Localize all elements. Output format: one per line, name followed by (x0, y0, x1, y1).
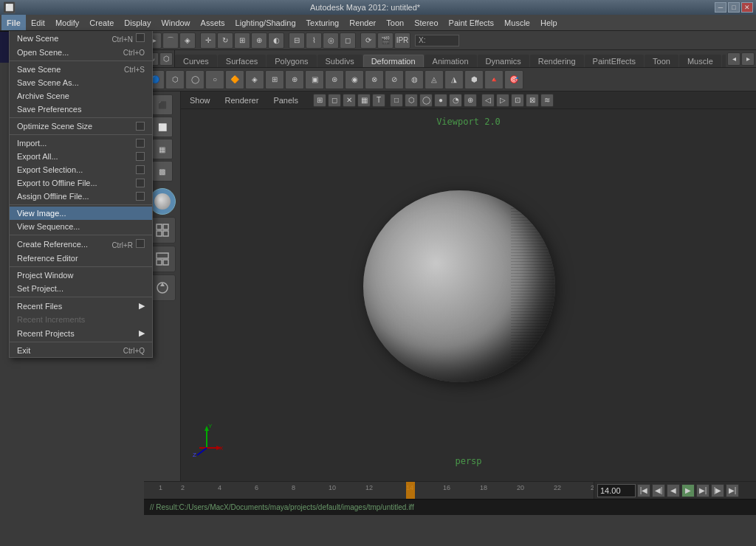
vp-tb-6[interactable]: □ (390, 94, 403, 107)
tab-dynamics[interactable]: Dynamics (478, 55, 529, 67)
vp-tb-7[interactable]: ⬡ (405, 94, 418, 107)
shelf-btn-6[interactable]: ◈ (245, 70, 264, 89)
tab-surfaces[interactable]: Surfaces (218, 55, 266, 67)
menu-save-scene-as[interactable]: Save Scene As... (10, 76, 152, 89)
shelf-btn-18[interactable]: 🔺 (484, 70, 504, 89)
menu-render[interactable]: Render (344, 15, 381, 30)
tab-toon[interactable]: Toon (645, 55, 678, 67)
maximize-button[interactable]: □ (728, 2, 740, 13)
shelf-btn-2[interactable]: ⬡ (165, 70, 185, 89)
menu-recent-projects[interactable]: Recent Projects ▶ (10, 326, 152, 340)
tb-scroll-left[interactable]: ◂ (727, 52, 740, 66)
menu-recent-files[interactable]: Recent Files ▶ (10, 299, 152, 313)
menu-import[interactable]: Import... (10, 136, 152, 150)
menu-muscle[interactable]: Muscle (499, 15, 535, 30)
tb-paint[interactable]: ◈ (179, 32, 196, 49)
menu-exit[interactable]: Exit Ctrl+Q (10, 344, 152, 357)
play-to-end[interactable]: ▶| (726, 484, 739, 497)
menu-open-scene[interactable]: Open Scene... Ctrl+O (10, 46, 152, 59)
menu-export-all[interactable]: Export All... (10, 150, 152, 163)
vp-panels-btn[interactable]: Panels (270, 95, 301, 106)
menu-archive-scene[interactable]: Archive Scene (10, 89, 152, 103)
current-frame-input[interactable] (597, 484, 636, 497)
close-button[interactable]: ✕ (741, 2, 753, 13)
tb-surfaces[interactable]: ⬡ (159, 52, 173, 66)
tb-snap-curve[interactable]: ⌇ (306, 32, 322, 49)
tab-rendering[interactable]: Rendering (530, 55, 584, 67)
vp-tb-10[interactable]: ◔ (449, 94, 462, 107)
menu-create-reference[interactable]: Create Reference... Ctrl+R (10, 237, 152, 252)
vp-tb-15[interactable]: ⊠ (526, 94, 539, 107)
shelf-btn-15[interactable]: ◬ (425, 70, 444, 89)
vp-tb-8[interactable]: ◯ (419, 94, 433, 107)
x-field[interactable]: X: (415, 35, 459, 46)
tab-muscle[interactable]: Muscle (679, 55, 721, 67)
vp-tb-1[interactable]: ⊞ (313, 94, 326, 107)
vp-tb-12[interactable]: ◁ (481, 94, 495, 107)
shelf-btn-17[interactable]: ⬢ (464, 70, 484, 89)
play-to-start[interactable]: |◀ (637, 484, 650, 497)
shelf-btn-3[interactable]: ◯ (185, 70, 205, 89)
vp-show-btn[interactable]: Show (187, 95, 213, 106)
shelf-btn-16[interactable]: ◮ (444, 70, 464, 89)
vp-tb-11[interactable]: ⊕ (464, 94, 477, 107)
titlebar-controls[interactable]: ─ □ ✕ (715, 2, 753, 13)
vp-tb-5[interactable]: T (372, 94, 385, 107)
tb-lasso[interactable]: ⌒ (162, 32, 179, 49)
menu-toon[interactable]: Toon (381, 15, 409, 30)
shelf-btn-12[interactable]: ⊗ (365, 70, 384, 89)
menu-assets[interactable]: Assets (196, 15, 230, 30)
menu-export-selection[interactable]: Export Selection... (10, 163, 152, 176)
play-prev-key[interactable]: ◀| (652, 484, 665, 497)
menu-set-project[interactable]: Set Project... (10, 282, 152, 295)
tb-history[interactable]: ⟳ (360, 32, 377, 49)
shelf-btn-10[interactable]: ⊛ (325, 70, 344, 89)
menu-save-scene[interactable]: Save Scene Ctrl+S (10, 63, 152, 76)
vp-tb-13[interactable]: ▷ (496, 94, 509, 107)
play-next-key[interactable]: |▶ (711, 484, 724, 497)
menu-project-window[interactable]: Project Window (10, 269, 152, 282)
menu-stereo[interactable]: Stereo (409, 15, 443, 30)
menu-create[interactable]: Create (84, 15, 119, 30)
tb-move[interactable]: ✛ (200, 32, 216, 49)
menu-help[interactable]: Help (535, 15, 563, 30)
menu-modify[interactable]: Modify (50, 15, 84, 30)
menu-texturing[interactable]: Texturing (301, 15, 345, 30)
vp-renderer-btn[interactable]: Renderer (222, 95, 262, 106)
vp-tb-14[interactable]: ⊡ (511, 94, 524, 107)
tb-soft-mod[interactable]: ◐ (268, 32, 284, 49)
menu-view-image[interactable]: View Image... (10, 207, 152, 220)
vp-tb-9[interactable]: ● (434, 94, 447, 107)
menu-file[interactable]: File (1, 15, 26, 30)
timeline[interactable]: 1 2 4 6 8 10 12 14 16 18 20 22 24 |◀ ◀| … (144, 481, 756, 499)
shelf-btn-13[interactable]: ⊘ (385, 70, 404, 89)
vp-icon-4[interactable]: ▩ (152, 161, 173, 182)
menu-window[interactable]: Window (156, 15, 195, 30)
menu-assign-offline[interactable]: Assign Offline File... (10, 190, 152, 203)
tb-snap-grid[interactable]: ⊟ (289, 32, 305, 49)
vp-tb-2[interactable]: ◻ (328, 94, 341, 107)
menu-save-preferences[interactable]: Save Preferences (10, 103, 152, 116)
menu-new-scene[interactable]: New Scene Ctrl+N (10, 31, 152, 46)
shelf-btn-7[interactable]: ⊞ (265, 70, 284, 89)
menu-edit[interactable]: Edit (26, 15, 50, 30)
tab-animation[interactable]: Animation (425, 55, 477, 67)
play-prev-frame[interactable]: ◀ (667, 484, 680, 497)
menu-optimize-scene[interactable]: Optimize Scene Size (10, 120, 152, 133)
play-next-frame[interactable]: ▶| (696, 484, 709, 497)
vp-tb-4[interactable]: ▦ (357, 94, 371, 107)
tab-painteffects[interactable]: PaintEffects (585, 55, 645, 67)
tab-polygons[interactable]: Polygons (267, 55, 316, 67)
menu-lighting-shading[interactable]: Lighting/Shading (230, 15, 301, 30)
menu-reference-editor[interactable]: Reference Editor (10, 252, 152, 265)
menu-export-offline[interactable]: Export to Offline File... (10, 176, 152, 190)
shelf-btn-9[interactable]: ▣ (305, 70, 324, 89)
tb-render[interactable]: 🎬 (377, 32, 394, 49)
tb-universal[interactable]: ⊕ (251, 32, 267, 49)
tb-scroll-right[interactable]: ▸ (741, 52, 755, 66)
shelf-btn-11[interactable]: ◉ (345, 70, 364, 89)
tab-subdivs[interactable]: Subdivs (317, 55, 362, 67)
shelf-btn-4[interactable]: ○ (205, 70, 224, 89)
menu-display[interactable]: Display (119, 15, 156, 30)
tb-scale[interactable]: ⊞ (234, 32, 250, 49)
